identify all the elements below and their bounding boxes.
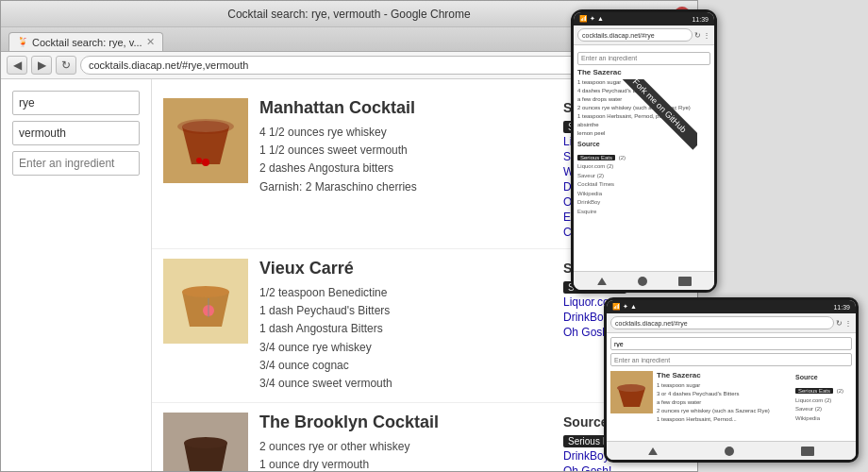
- cocktail-details-vieux-carre: Vieux Carré 1/2 teaspoon Benedictine 1 d…: [259, 259, 552, 393]
- cocktail-image-brooklyn: [163, 413, 248, 471]
- mobile-status-bar-1: 📶 ✦ ▲ 11:39: [574, 12, 714, 25]
- cocktail-ingredients-vieux-carre: 1/2 teaspoon Benedictine 1 dash Peychaud…: [259, 284, 552, 393]
- mobile-recent-btn-2[interactable]: [801, 447, 814, 456]
- mobile-ingredients-1: 1 teaspoon sugar 4 dashes Peychaud's Bit…: [577, 78, 710, 138]
- ingredient-input-2[interactable]: [12, 121, 140, 145]
- mobile-browser-bar-2: cocktails.diacap.net/#rye ↻ ⋮: [607, 313, 856, 333]
- cocktail-ingredients-manhattan: 4 1/2 ounces rye whiskey 1 1/2 ounces sw…: [259, 124, 552, 196]
- mobile-nav-icons-2: ↻ ⋮: [836, 319, 852, 328]
- cocktail-details-manhattan: Manhattan Cocktail 4 1/2 ounces rye whis…: [259, 98, 552, 196]
- mobile-bottom-bar-1: [574, 271, 714, 290]
- mobile-home-btn-2[interactable]: [725, 447, 734, 456]
- mobile-home-btn-1[interactable]: [638, 277, 647, 286]
- tab-label: Cocktail search: rye, v...: [32, 37, 142, 48]
- mobile-menu-icon-2[interactable]: ⋮: [844, 319, 852, 328]
- mobile-source-badge-1: Serious Eats: [577, 155, 615, 160]
- mobile-cocktail-details-2: The Sazerac 1 teaspoon sugar 3 or 4 dash…: [657, 371, 792, 424]
- svg-point-10: [184, 437, 227, 448]
- svg-point-13: [617, 384, 645, 392]
- mobile-address-2[interactable]: cocktails.diacap.net/#rye: [610, 316, 834, 329]
- cocktail-name-manhattan: Manhattan Cocktail: [259, 98, 552, 118]
- mobile-back-btn-1[interactable]: [597, 278, 607, 285]
- mobile-search-input-2[interactable]: [610, 337, 852, 350]
- mobile-source-list-2: Liquor.com (2) Saveur (2) Wikipedia: [795, 396, 852, 424]
- mobile-refresh-icon[interactable]: ↻: [694, 31, 701, 40]
- mobile-back-btn-2[interactable]: [648, 447, 658, 455]
- refresh-button[interactable]: ↻: [56, 56, 76, 75]
- mobile-screen-1: 📶 ✦ ▲ 11:39 cocktails.diacap.net/#rye ↻ …: [574, 12, 714, 290]
- mobile-cocktail-name-2: The Sazerac: [657, 371, 792, 379]
- mobile-device-1: 📶 ✦ ▲ 11:39 cocktails.diacap.net/#rye ↻ …: [571, 9, 717, 293]
- ingredient-input-1[interactable]: [12, 91, 140, 115]
- back-button[interactable]: ◀: [7, 56, 27, 75]
- mobile-source-title-2: Source: [795, 374, 852, 380]
- mobile-source-badge-2: Serious Eats: [795, 388, 833, 394]
- forward-button[interactable]: ▶: [31, 56, 52, 75]
- mobile-recent-btn-1[interactable]: [678, 277, 692, 286]
- svg-point-2: [182, 121, 229, 132]
- svg-point-3: [202, 159, 209, 166]
- mobile-content-2: The Sazerac 1 teaspoon sugar 3 or 4 dash…: [607, 333, 856, 441]
- mobile-bottom-bar-2: [607, 441, 856, 460]
- mobile-source-title-1: Source: [577, 141, 710, 147]
- sidebar: [1, 79, 152, 471]
- mobile-browser-bar-1: cocktails.diacap.net/#rye ↻ ⋮: [574, 25, 714, 45]
- browser-title: Cocktail search: rye, vermouth - Google …: [227, 8, 470, 21]
- ingredient-input-3[interactable]: [12, 151, 140, 176]
- mobile-search-input-3[interactable]: [610, 353, 852, 366]
- mobile-cocktail-row-2: The Sazerac 1 teaspoon sugar 3 or 4 dash…: [610, 371, 852, 424]
- tab-close-button[interactable]: ✕: [146, 36, 155, 48]
- mobile-content-1: The Sazerac 1 teaspoon sugar 4 dashes Pe…: [574, 45, 714, 271]
- browser-tab[interactable]: 🍹 Cocktail search: rye, v... ✕: [8, 32, 163, 51]
- cocktail-image-vieux-carre: [163, 259, 248, 344]
- mobile-device-2: 📶 ✦ ▲ 11:39 cocktails.diacap.net/#rye ↻ …: [604, 297, 859, 463]
- mobile-source-section-2: Source Serious Eats (2) Liquor.com (2) S…: [795, 371, 852, 423]
- mobile-menu-icon[interactable]: ⋮: [703, 31, 710, 40]
- mobile-screen-2: 📶 ✦ ▲ 11:39 cocktails.diacap.net/#rye ↻ …: [607, 300, 856, 460]
- mobile-cocktail-name-1: The Sazerac: [577, 68, 710, 76]
- cocktail-details-brooklyn: The Brooklyn Cocktail 2 ounces rye or ot…: [259, 413, 552, 471]
- cocktail-image-manhattan: [163, 98, 248, 183]
- cocktail-ingredients-brooklyn: 2 ounces rye or other whiskey 1 ounce dr…: [259, 438, 552, 471]
- svg-point-4: [196, 158, 202, 163]
- tab-favicon: 🍹: [17, 37, 28, 47]
- mobile-source-list-1: Liquor.com (2) Saveur (2) Cocktail Times…: [577, 162, 710, 217]
- mobile-cocktail-image-2: [610, 371, 653, 413]
- cocktail-name-brooklyn: The Brooklyn Cocktail: [259, 413, 552, 432]
- svg-point-6: [182, 286, 229, 297]
- source-link-bk-ohgosh[interactable]: Oh Gosh!: [563, 464, 686, 471]
- mobile-status-bar-2: 📶 ✦ ▲ 11:39: [607, 300, 856, 313]
- mobile-search-input-1[interactable]: [577, 52, 710, 65]
- mobile-refresh-icon-2[interactable]: ↻: [836, 319, 843, 328]
- cocktail-name-vieux-carre: Vieux Carré: [259, 259, 552, 278]
- mobile-ingredients-2: 1 teaspoon sugar 3 or 4 dashes Peychaud'…: [657, 381, 792, 424]
- mobile-address-1[interactable]: cocktails.diacap.net/#rye: [577, 28, 693, 42]
- mobile-nav-icons-1: ↻ ⋮: [694, 31, 710, 40]
